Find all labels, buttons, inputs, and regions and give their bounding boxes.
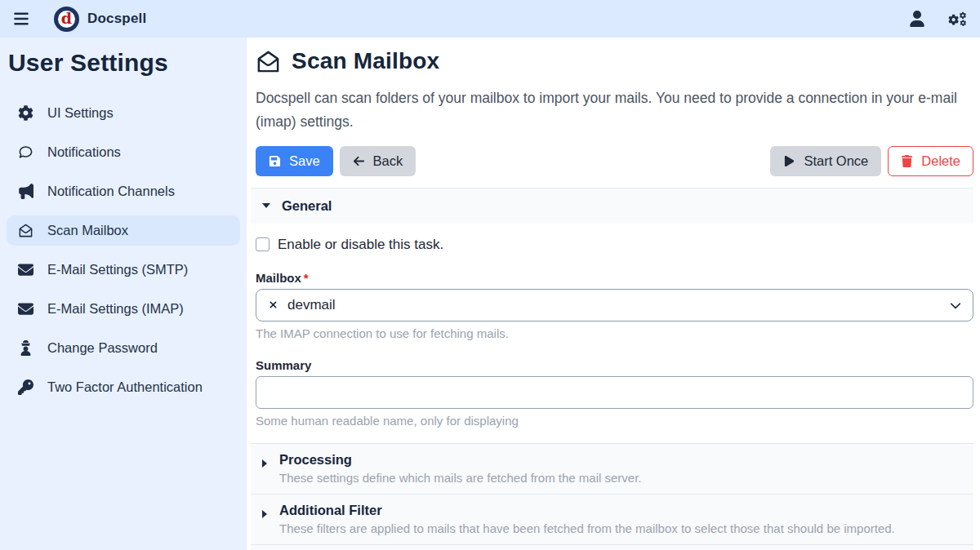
top-navbar: d Docspell <box>0 0 980 38</box>
summary-help-text: Some human readable name, only for displ… <box>256 414 973 428</box>
main-content: Scan Mailbox Docspell can scan folders o… <box>247 38 980 550</box>
gears-icon[interactable] <box>948 11 967 28</box>
section-header-post-processing[interactable]: Post Processing <box>251 545 973 550</box>
start-once-button[interactable]: Start Once <box>770 146 881 176</box>
sidebar-item-notifications[interactable]: Notifications <box>7 137 240 167</box>
envelope-icon <box>18 301 33 317</box>
floppy-icon <box>269 155 281 167</box>
sidebar-item-email-smtp[interactable]: E-Mail Settings (SMTP) <box>7 255 240 285</box>
sidebar-nav: UI Settings Notifications Notification C… <box>7 98 240 402</box>
sidebar-item-label: E-Mail Settings (SMTP) <box>47 262 188 277</box>
comment-icon <box>18 144 33 160</box>
play-icon <box>783 155 795 167</box>
envelope-open-icon <box>18 223 33 238</box>
app-logo: d <box>54 7 79 32</box>
page-title: Scan Mailbox <box>292 48 439 74</box>
sidebar-item-label: Notifications <box>47 144 121 160</box>
mailbox-select[interactable]: devmail <box>256 289 973 322</box>
delete-button[interactable]: Delete <box>888 146 973 176</box>
app-brand[interactable]: d Docspell <box>54 7 146 32</box>
trash-icon <box>901 155 913 167</box>
summary-field: Summary Some human readable name, only f… <box>251 358 973 428</box>
sidebar-item-notification-channels[interactable]: Notification Channels <box>7 176 240 206</box>
mailbox-label: Mailbox <box>256 271 301 285</box>
mailbox-field: Mailbox* devmail The IMAP connection to … <box>251 271 973 340</box>
envelope-icon <box>18 262 33 277</box>
save-button[interactable]: Save <box>256 146 333 176</box>
caret-right-icon <box>262 510 267 518</box>
section-header-processing[interactable]: Processing These settings define which m… <box>251 444 973 495</box>
sidebar-item-label: Two Factor Authentication <box>47 379 203 395</box>
bullhorn-icon <box>18 184 33 199</box>
summary-label: Summary <box>256 358 973 372</box>
sidebar-item-label: Scan Mailbox <box>47 223 128 238</box>
collapsed-sections: Processing These settings define which m… <box>251 443 973 550</box>
enable-task-row: Enable or disable this task. <box>251 237 973 253</box>
section-header-general[interactable]: General <box>251 188 973 224</box>
sidebar-item-scan-mailbox[interactable]: Scan Mailbox <box>7 215 240 246</box>
mailbox-help-text: The IMAP connection to use for fetching … <box>256 326 973 340</box>
caret-right-icon <box>262 459 267 468</box>
user-secret-icon <box>18 340 33 356</box>
gear-icon <box>18 105 33 121</box>
mailbox-selected-value: devmail <box>287 297 336 313</box>
sidebar-item-label: Notification Channels <box>47 184 175 199</box>
sidebar-item-ui-settings[interactable]: UI Settings <box>7 98 240 128</box>
sidebar-item-label: UI Settings <box>47 105 114 121</box>
sidebar-title: User Settings <box>8 49 240 77</box>
sidebar-item-label: Change Password <box>47 340 158 356</box>
arrow-left-icon <box>353 155 365 167</box>
envelope-open-icon <box>256 49 281 74</box>
chevron-down-icon[interactable] <box>950 299 961 311</box>
sidebar-item-two-factor-auth[interactable]: Two Factor Authentication <box>7 372 240 402</box>
summary-input[interactable] <box>256 376 973 409</box>
user-icon[interactable] <box>909 11 925 27</box>
enable-task-checkbox[interactable] <box>256 237 270 251</box>
app-name: Docspell <box>87 11 146 27</box>
page-description: Docspell can scan folders of your mailbo… <box>251 86 969 134</box>
enable-task-label: Enable or disable this task. <box>278 237 443 253</box>
clear-selection-icon[interactable] <box>268 299 278 310</box>
required-marker: * <box>304 271 309 285</box>
settings-sidebar: User Settings UI Settings Notifications … <box>0 38 247 550</box>
caret-down-icon <box>262 203 270 208</box>
sidebar-item-label: E-Mail Settings (IMAP) <box>47 301 184 317</box>
toolbar: Save Back Start Once Delete <box>251 146 973 176</box>
hamburger-menu-icon[interactable] <box>13 11 29 27</box>
section-header-additional-filter[interactable]: Additional Filter These filters are appl… <box>251 495 973 545</box>
back-button[interactable]: Back <box>340 146 416 176</box>
sidebar-item-change-password[interactable]: Change Password <box>7 333 240 363</box>
key-icon <box>18 379 33 395</box>
sidebar-item-email-imap[interactable]: E-Mail Settings (IMAP) <box>7 294 240 324</box>
